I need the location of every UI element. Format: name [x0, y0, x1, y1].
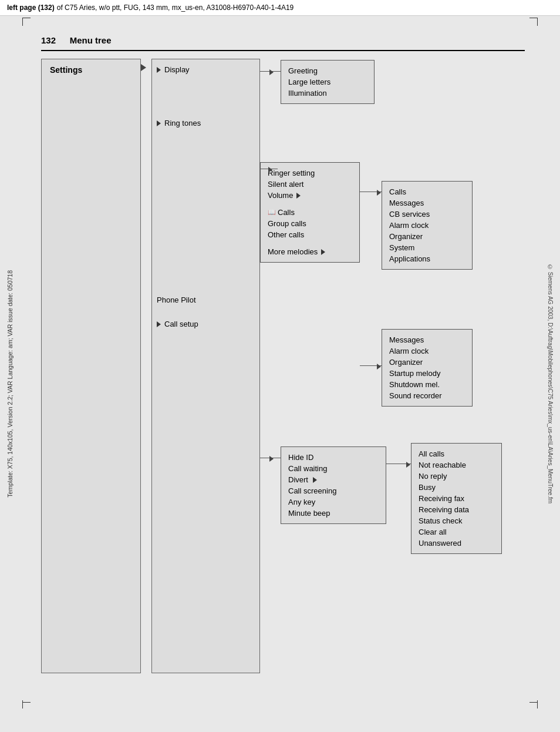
arrow-volume — [296, 193, 301, 199]
arrowhead-ringtones — [268, 166, 272, 174]
mm-messages: Messages — [389, 334, 465, 345]
div-no-reply: No reply — [419, 471, 494, 482]
vol-organizer: Organizer — [389, 231, 465, 242]
vol-calls: Calls — [389, 186, 465, 197]
rt-more-melodies: More melodies — [268, 246, 352, 257]
col2-display: Display — [152, 59, 259, 78]
arrow-callsetup — [157, 321, 161, 327]
vol-messages: Messages — [389, 197, 465, 209]
page-header: left page (132) of C75 Aries, w/o ptt, F… — [0, 0, 560, 16]
rt-volume: Volume — [268, 190, 352, 201]
vol-applications: Applications — [389, 253, 465, 264]
page-num-title: 132 Menu tree — [41, 35, 112, 45]
corner-mark-tl-h — [22, 18, 31, 18]
rt-calls: 📖 Calls — [268, 207, 352, 218]
rotated-right-label: © Siemens AG 2003, D:\Auftrag\Mobilephon… — [547, 264, 554, 503]
cs-call-waiting: Call waiting — [288, 463, 379, 474]
corner-mark-tl-v — [22, 18, 23, 26]
page-number: 132 — [41, 35, 56, 45]
arrowhead-divert — [406, 461, 410, 469]
col1-settings: Settings — [41, 59, 141, 673]
mm-shutdown-mel: Shutdown mel. — [389, 379, 465, 390]
div-receiving-data: Receiving data — [419, 504, 494, 515]
volume-subbox: Calls Messages CB services Alarm clock O… — [382, 181, 473, 270]
display-subbox: Greeting Large letters Illumination — [281, 60, 375, 104]
section-title: Menu tree — [70, 35, 112, 45]
cs-minute-beep: Minute beep — [288, 508, 379, 519]
page-container: left page (132) of C75 Aries, w/o ptt, F… — [0, 0, 560, 732]
arrow-ringtones — [157, 120, 161, 126]
mm-alarm-clock: Alarm clock — [389, 345, 465, 357]
rt-ringer-setting: Ringer setting — [268, 167, 352, 179]
display-item-illumination: Illumination — [288, 88, 367, 99]
div-busy: Busy — [419, 482, 494, 493]
arrowhead-volume — [377, 189, 381, 197]
corner-mark-tr-v — [537, 18, 538, 26]
display-item-large: Large letters — [288, 76, 367, 88]
mm-startup-melody: Startup melody — [389, 368, 465, 379]
divert-subbox: All calls Not reachable No reply Busy Re… — [411, 443, 502, 554]
arrowhead-callsetup — [269, 455, 274, 464]
mm-sound-recorder: Sound recorder — [389, 390, 465, 401]
arrow-more-melodies — [321, 249, 325, 255]
rotated-left-text: Template: X75, 140x105, Version 2.2; VAR… — [5, 82, 15, 685]
div-clear-all: Clear all — [419, 526, 494, 538]
div-all-calls: All calls — [419, 448, 494, 459]
header-text: of C75 Aries, w/o ptt, FUG, 143 mm, mx_u… — [57, 4, 294, 12]
mm-organizer: Organizer — [389, 357, 465, 368]
header-bold: left page (132) — [7, 4, 55, 12]
callsetup-subbox: Hide ID Call waiting Divert Call screeni… — [281, 446, 386, 524]
rt-group-calls: Group calls — [268, 218, 352, 229]
div-receiving-fax: Receiving fax — [419, 493, 494, 504]
col2-phonepilot: Phone Pilot — [152, 131, 259, 308]
corner-mark-br-h — [529, 702, 538, 703]
more-melodies-subbox: Messages Alarm clock Organizer Startup m… — [382, 329, 473, 407]
cs-call-screening: Call screening — [288, 485, 379, 496]
vol-cb-services: CB services — [389, 209, 465, 220]
arrow-divert — [313, 477, 317, 483]
vol-alarm-clock: Alarm clock — [389, 220, 465, 231]
display-item-greeting: Greeting — [288, 65, 367, 76]
rt-other-calls: Other calls — [268, 229, 352, 240]
cs-hide-id: Hide ID — [288, 452, 379, 463]
corner-mark-bl-h — [22, 702, 31, 703]
col2-ringtones: Ring tones — [152, 78, 259, 131]
corner-mark-tr-h — [529, 18, 538, 18]
col2-callsetup: Call setup — [152, 308, 259, 332]
settings-label: Settings — [42, 59, 140, 80]
div-not-reachable: Not reachable — [419, 459, 494, 471]
rotated-left-label: Template: X75, 140x105, Version 2.2; VAR… — [6, 270, 14, 498]
arrowhead-more-melodies — [377, 362, 381, 371]
col2-main-menu: Display Ring tones Phone Pilot Call setu… — [151, 59, 260, 673]
ringtones-subbox: Ringer setting Silent alert Volume 📖 Cal… — [260, 162, 360, 263]
arrow-display — [157, 67, 161, 73]
arrowhead-display — [269, 68, 274, 77]
book-icon: 📖 — [268, 209, 276, 216]
div-status-check: Status check — [419, 515, 494, 526]
div-unanswered: Unanswered — [419, 538, 494, 549]
cs-any-key: Any key — [288, 496, 379, 508]
rotated-right-text: © Siemens AG 2003, D:\Auftrag\Mobilephon… — [545, 82, 555, 685]
rt-silent-alert: Silent alert — [268, 179, 352, 190]
vol-system: System — [389, 242, 465, 253]
title-underline — [41, 50, 525, 51]
cs-divert: Divert — [288, 474, 379, 485]
